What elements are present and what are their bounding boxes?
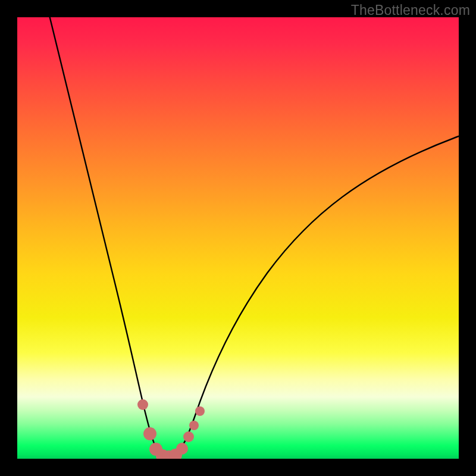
- dot: [189, 421, 199, 430]
- watermark-text: TheBottleneck.com: [351, 2, 470, 18]
- bottleneck-curve: [17, 17, 459, 459]
- bottleneck-dots: [137, 399, 205, 459]
- dot: [137, 399, 148, 410]
- chart-frame: TheBottleneck.com: [0, 0, 476, 476]
- dot: [176, 443, 188, 455]
- dot: [143, 427, 156, 440]
- dot: [183, 431, 194, 442]
- dot: [195, 406, 205, 416]
- plot-area: [17, 17, 459, 459]
- curve-path: [41, 17, 459, 458]
